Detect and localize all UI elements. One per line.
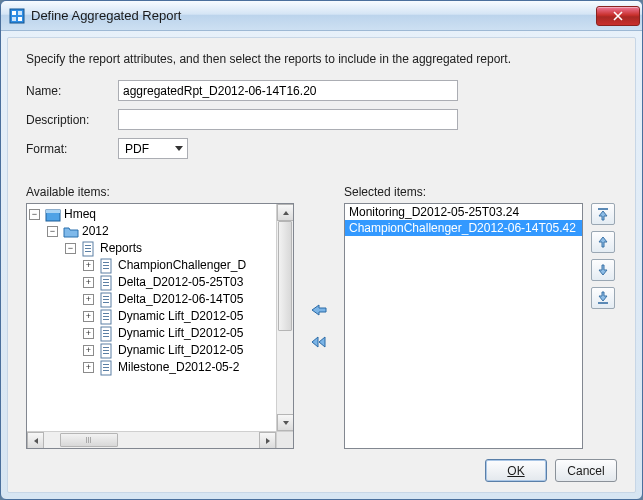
svg-rect-4 — [18, 17, 22, 21]
svg-rect-9 — [85, 248, 91, 249]
svg-rect-10 — [85, 251, 91, 252]
reports-icon — [81, 241, 97, 257]
remove-all-button[interactable] — [308, 332, 330, 352]
name-label: Name: — [26, 84, 118, 98]
move-top-button[interactable] — [591, 203, 615, 225]
arrow-down-icon — [596, 263, 610, 277]
close-button[interactable] — [596, 6, 640, 26]
tree-item[interactable]: +Dynamic Lift_D2012-05 — [29, 308, 276, 325]
available-tree[interactable]: − Hmeq − 2012 − Reports — [26, 203, 294, 449]
selected-label: Selected items: — [344, 185, 583, 199]
dialog-window: Define Aggregated Report Specify the rep… — [0, 0, 643, 500]
expander-icon[interactable]: + — [83, 328, 94, 339]
report-icon — [99, 360, 115, 376]
tree-item[interactable]: +ChampionChallenger_D — [29, 257, 276, 274]
titlebar[interactable]: Define Aggregated Report — [1, 1, 642, 31]
tree-item[interactable]: +Delta_D2012-06-14T05 — [29, 291, 276, 308]
format-label: Format: — [26, 142, 118, 156]
expander-icon[interactable]: + — [83, 345, 94, 356]
svg-rect-14 — [103, 268, 109, 269]
expander-icon[interactable]: + — [83, 277, 94, 288]
expander-icon[interactable]: + — [83, 294, 94, 305]
tree-item[interactable]: +Dynamic Lift_D2012-05 — [29, 325, 276, 342]
svg-rect-32 — [103, 347, 109, 348]
close-icon — [613, 11, 623, 21]
expander-icon[interactable]: − — [29, 209, 40, 220]
selected-item[interactable]: Monitoring_D2012-05-25T03.24 — [345, 204, 582, 220]
window-title: Define Aggregated Report — [31, 8, 596, 23]
report-icon — [99, 309, 115, 325]
format-select[interactable]: PDF — [118, 138, 188, 159]
tree-item-label: ChampionChallenger_D — [118, 257, 246, 274]
svg-rect-36 — [103, 364, 109, 365]
svg-rect-20 — [103, 296, 109, 297]
svg-rect-6 — [46, 210, 60, 213]
tree-item-label: Delta_D2012-06-14T05 — [118, 291, 243, 308]
scroll-thumb[interactable] — [278, 221, 292, 331]
vertical-scrollbar[interactable] — [276, 204, 293, 431]
svg-rect-12 — [103, 262, 109, 263]
report-icon — [99, 258, 115, 274]
svg-rect-18 — [103, 285, 109, 286]
svg-rect-34 — [103, 353, 109, 354]
move-up-button[interactable] — [591, 231, 615, 253]
svg-rect-3 — [12, 17, 16, 21]
double-arrow-left-icon — [310, 335, 328, 349]
horizontal-scrollbar[interactable] — [27, 431, 276, 448]
svg-rect-17 — [103, 282, 109, 283]
svg-rect-29 — [103, 333, 109, 334]
svg-rect-30 — [103, 336, 109, 337]
app-icon — [9, 8, 25, 24]
svg-rect-2 — [18, 11, 22, 15]
name-input[interactable] — [118, 80, 458, 101]
expander-icon[interactable]: + — [83, 260, 94, 271]
svg-rect-39 — [598, 208, 608, 210]
scroll-corner — [276, 431, 293, 448]
tree-item[interactable]: +Delta_D2012-05-25T03 — [29, 274, 276, 291]
svg-rect-8 — [85, 245, 91, 246]
svg-rect-33 — [103, 350, 109, 351]
scroll-left-button[interactable] — [27, 432, 44, 449]
remove-button[interactable] — [308, 300, 330, 320]
report-icon — [99, 326, 115, 342]
scroll-up-button[interactable] — [277, 204, 294, 221]
expander-icon[interactable]: − — [65, 243, 76, 254]
move-bottom-button[interactable] — [591, 287, 615, 309]
project-icon — [45, 207, 61, 223]
tree-item-label: Dynamic Lift_D2012-05 — [118, 308, 243, 325]
arrow-up-icon — [596, 235, 610, 249]
svg-rect-24 — [103, 313, 109, 314]
tree-item[interactable]: +Dynamic Lift_D2012-05 — [29, 342, 276, 359]
expander-icon[interactable]: + — [83, 362, 94, 373]
svg-rect-16 — [103, 279, 109, 280]
expander-icon[interactable]: + — [83, 311, 94, 322]
svg-rect-21 — [103, 299, 109, 300]
selected-item[interactable]: ChampionChallenger_D2012-06-14T05.42 — [345, 220, 582, 236]
cancel-button[interactable]: Cancel — [555, 459, 617, 482]
report-icon — [99, 275, 115, 291]
description-input[interactable] — [118, 109, 458, 130]
svg-rect-38 — [103, 370, 109, 371]
format-value: PDF — [125, 142, 149, 156]
selected-list[interactable]: Monitoring_D2012-05-25T03.24ChampionChal… — [344, 203, 583, 449]
dialog-content: Specify the report attributes, and then … — [7, 37, 636, 493]
ok-button[interactable]: OK — [485, 459, 547, 482]
folder-icon — [63, 224, 79, 240]
svg-rect-25 — [103, 316, 109, 317]
scroll-right-button[interactable] — [259, 432, 276, 449]
chevron-down-icon — [175, 146, 183, 151]
tree-item-label: Milestone_D2012-05-2 — [118, 359, 239, 376]
scroll-down-button[interactable] — [277, 414, 294, 431]
tree-item-label: Dynamic Lift_D2012-05 — [118, 325, 243, 342]
svg-rect-40 — [598, 302, 608, 304]
move-top-icon — [596, 207, 610, 221]
move-down-button[interactable] — [591, 259, 615, 281]
arrow-left-icon — [310, 303, 328, 317]
available-label: Available items: — [26, 185, 294, 199]
scroll-thumb[interactable] — [60, 433, 118, 447]
expander-icon[interactable]: − — [47, 226, 58, 237]
instruction-text: Specify the report attributes, and then … — [26, 52, 617, 66]
tree-item[interactable]: +Milestone_D2012-05-2 — [29, 359, 276, 376]
tree-year: 2012 — [82, 223, 109, 240]
svg-rect-26 — [103, 319, 109, 320]
